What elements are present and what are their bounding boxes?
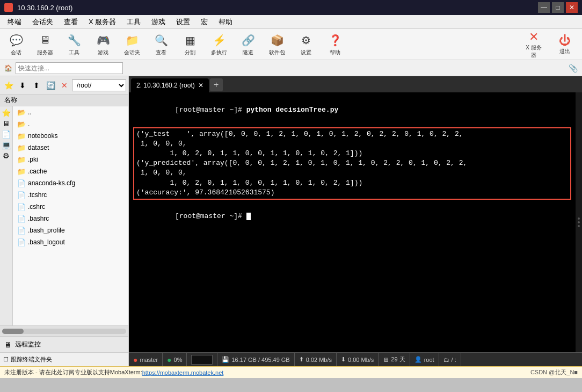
- sidebar-scrollbar[interactable]: [0, 325, 128, 336]
- main-area: ⭐ ⬇ ⬆ 🔄 ✕ /root/ 名称 ⭐ 🖥 📄 💻 ⚙: [0, 76, 582, 366]
- status-master-label: master: [140, 357, 158, 363]
- terminal-content[interactable]: [root@master ~]# python decisionTree.py …: [129, 92, 576, 352]
- tree-item[interactable]: 📂 ..: [13, 106, 128, 118]
- menu-settings[interactable]: 设置: [171, 16, 195, 28]
- tree-item-label: notebooks: [28, 132, 57, 140]
- toolbar-tools[interactable]: 🔧 工具: [60, 31, 88, 59]
- track-checkbox[interactable]: ☐: [3, 356, 9, 363]
- tree-item-tcshrc[interactable]: 📄 .tcshrc: [13, 189, 128, 201]
- tab-session-2[interactable]: 2. 10.30.160.2 (root) ✕: [131, 78, 209, 92]
- status-user: 👤 root: [410, 353, 439, 366]
- new-folder-icon[interactable]: ✕: [58, 79, 71, 92]
- toolbar-packages[interactable]: 📦 软件包: [263, 31, 291, 59]
- menu-help[interactable]: 帮助: [213, 16, 238, 28]
- file-tree: 📂 .. 📂 . 📁 notebooks 📁 dataset 📁: [13, 106, 128, 325]
- tree-header-label: 名称: [4, 96, 17, 105]
- output-line-1: ('y_test ', array([0, 0, 0, 1, 2, 1, 0, …: [136, 129, 568, 139]
- minimize-button[interactable]: —: [538, 2, 550, 13]
- download-icon[interactable]: ⬇: [16, 79, 29, 92]
- tree-item-bashrc[interactable]: 📄 .bashrc: [13, 213, 128, 224]
- tree-item-bash-logout[interactable]: 📄 .bash_logout: [13, 236, 128, 248]
- terminal-end-prompt: [root@master ~]#: [133, 202, 571, 231]
- right-scroll-handle[interactable]: [576, 92, 582, 352]
- tree-item-notebooks[interactable]: 📁 notebooks: [13, 130, 128, 142]
- status-upload-label: 0.02 Mb/s: [306, 357, 332, 363]
- xserver-button[interactable]: ✕ X 服务器: [519, 31, 549, 59]
- toolbar-help[interactable]: ❓ 帮助: [321, 31, 349, 59]
- upload-icon[interactable]: ⬆: [30, 79, 43, 92]
- status-green-dot: ●: [167, 355, 171, 364]
- tab-add-button[interactable]: +: [210, 78, 223, 91]
- handle-dot: [578, 225, 580, 227]
- toolbar-view[interactable]: 🔍 查看: [147, 31, 175, 59]
- quick-connect-input[interactable]: [16, 62, 123, 74]
- scrollbar-thumb: [2, 329, 24, 334]
- sidebar-settings-icon[interactable]: ⚙: [3, 151, 10, 160]
- disk-icon: 💾: [222, 356, 229, 363]
- file-icon: 📄: [17, 238, 26, 246]
- sessions-icon: 💬: [9, 33, 24, 48]
- games-icon: 🎮: [96, 33, 111, 48]
- status-cpu: ● 0%: [163, 353, 187, 366]
- notif-text: 未注册版本 - 请在此处订阅专业版以支持MobaXterm:: [4, 368, 142, 376]
- output-line-2: 1, 0, 0, 0,: [136, 139, 568, 149]
- monitor-icon: 🖥: [383, 357, 389, 363]
- menu-terminal[interactable]: 终端: [2, 16, 27, 28]
- tree-item-cshrc[interactable]: 📄 .cshrc: [13, 201, 128, 213]
- tree-header: 名称: [0, 95, 128, 106]
- menu-tools[interactable]: 工具: [121, 16, 146, 28]
- tree-item-cache[interactable]: 📁 .cache: [13, 165, 128, 177]
- tree-item-dataset[interactable]: 📁 dataset: [13, 142, 128, 154]
- toolbar-games[interactable]: 🎮 游戏: [89, 31, 117, 59]
- sidebar-file-icon[interactable]: 📄: [2, 130, 11, 139]
- toolbar-tunnel[interactable]: 🔗 隧道: [234, 31, 262, 59]
- menu-view[interactable]: 查看: [59, 16, 83, 28]
- toolbar-servers[interactable]: 🖥 服务器: [31, 31, 59, 59]
- tree-item-bash-profile[interactable]: 📄 .bash_profile: [13, 224, 128, 236]
- sidebar-star-icon[interactable]: ⭐: [2, 108, 11, 117]
- tree-item-anaconda[interactable]: 📄 anaconda-ks.cfg: [13, 177, 128, 189]
- status-cpu-label: 0%: [174, 357, 183, 363]
- notif-link[interactable]: https://mobaxterm.mobatek.net: [142, 369, 224, 376]
- tree-item-label: .pki: [28, 156, 38, 163]
- refresh-icon[interactable]: 🔄: [44, 79, 57, 92]
- file-icon: 📄: [17, 215, 26, 223]
- toolbar-split[interactable]: ▦ 分割: [176, 31, 204, 59]
- tunnel-icon: 🔗: [241, 33, 256, 48]
- tree-item-label: .bash_profile: [28, 227, 65, 234]
- close-button[interactable]: ✕: [566, 2, 578, 13]
- output-highlight-box: ('y_test ', array([0, 0, 0, 1, 2, 1, 0, …: [133, 127, 571, 200]
- handle-dot: [578, 217, 580, 220]
- menu-macros[interactable]: 宏: [195, 16, 213, 28]
- menu-bar: 终端 会话夹 查看 X 服务器 工具 游戏 设置 宏 帮助: [0, 15, 582, 29]
- download-icon: ⬇: [341, 356, 346, 363]
- terminal-area: 2. 10.30.160.2 (root) ✕ + [root@master ~…: [129, 76, 582, 366]
- toolbar-sessions[interactable]: 💬 会话: [2, 31, 30, 59]
- tab-close-icon[interactable]: ✕: [198, 82, 203, 89]
- sidebar-nav-icon[interactable]: 🖥: [3, 119, 10, 128]
- window-controls: — □ ✕: [538, 2, 578, 13]
- menu-sessions[interactable]: 会话夹: [27, 16, 59, 28]
- restore-button[interactable]: □: [552, 2, 564, 13]
- tree-item-label: dataset: [28, 144, 49, 151]
- toolbar-multiexec[interactable]: ⚡ 多执行: [205, 31, 233, 59]
- folder-selector[interactable]: /root/: [72, 79, 126, 91]
- file-icon: 📄: [17, 191, 26, 199]
- sidebar-terminal-icon[interactable]: 💻: [2, 141, 11, 149]
- status-input[interactable]: [191, 355, 213, 365]
- sidebar-toolbar: ⭐ ⬇ ⬆ 🔄 ✕ /root/: [0, 76, 128, 95]
- toolbar-session-folder[interactable]: 📁 会话夹: [118, 31, 146, 59]
- status-uptime-label: 29 天: [391, 355, 405, 364]
- sidebar-left-icons: ⭐ 🖥 📄 💻 ⚙: [0, 106, 13, 325]
- tree-item[interactable]: 📂 .: [13, 118, 128, 130]
- star-icon[interactable]: ⭐: [2, 79, 15, 92]
- multiexec-icon: ⚡: [212, 33, 227, 48]
- folder-icon: 📁: [17, 144, 26, 152]
- terminal-with-scroll: [root@master ~]# python decisionTree.py …: [129, 92, 582, 352]
- toolbar-settings[interactable]: ⚙ 设置: [292, 31, 320, 59]
- menu-games[interactable]: 游戏: [146, 16, 171, 28]
- exit-button[interactable]: ⏻ 退出: [550, 31, 580, 59]
- tree-item-pki[interactable]: 📁 .pki: [13, 154, 128, 165]
- folder-icon: 📁: [17, 168, 26, 176]
- menu-xserver[interactable]: X 服务器: [83, 16, 121, 28]
